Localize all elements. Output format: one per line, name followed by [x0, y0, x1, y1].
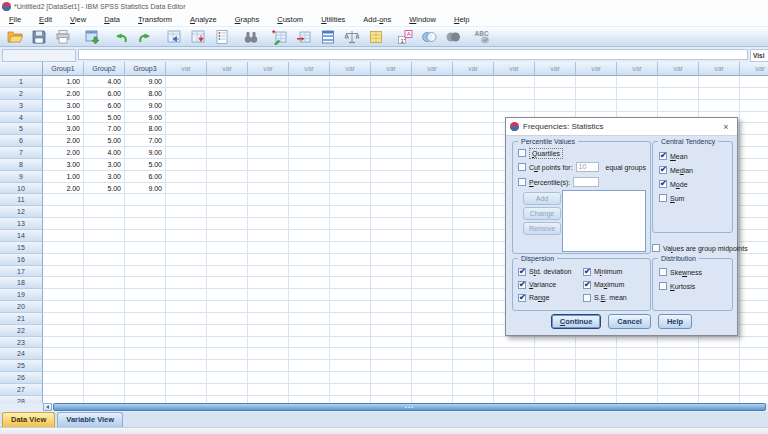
cell[interactable] [371, 337, 412, 349]
cell[interactable] [207, 135, 248, 147]
cell[interactable] [617, 372, 658, 384]
row-header[interactable]: 12 [0, 206, 43, 218]
cell[interactable] [207, 372, 248, 384]
cell[interactable] [166, 242, 207, 254]
cell[interactable] [494, 360, 535, 372]
cell[interactable] [371, 360, 412, 372]
cell[interactable] [371, 159, 412, 171]
cell[interactable] [248, 348, 289, 360]
cell[interactable] [617, 337, 658, 349]
cell[interactable] [535, 384, 576, 396]
insert-variable-icon[interactable] [292, 27, 316, 46]
sum-checkbox[interactable]: Sum [659, 191, 693, 205]
cell[interactable] [166, 384, 207, 396]
cell[interactable] [453, 135, 494, 147]
cell[interactable] [289, 396, 330, 403]
cell[interactable] [371, 301, 412, 313]
cut-points-checkbox[interactable]: Cut points for: [518, 163, 573, 171]
cell[interactable] [699, 337, 740, 349]
cell[interactable] [412, 337, 453, 349]
row-header[interactable]: 23 [0, 337, 43, 349]
cell[interactable] [453, 230, 494, 242]
cell[interactable] [84, 242, 125, 254]
cell[interactable] [658, 88, 699, 100]
row-header[interactable]: 13 [0, 218, 43, 230]
column-header-var[interactable]: var [166, 62, 207, 76]
cell[interactable] [412, 183, 453, 195]
cell[interactable] [207, 147, 248, 159]
cell[interactable]: 7.00 [125, 135, 166, 147]
row-header[interactable]: 1 [0, 76, 43, 88]
cell[interactable] [248, 88, 289, 100]
cell[interactable] [84, 337, 125, 349]
cell[interactable] [412, 372, 453, 384]
cell[interactable] [125, 337, 166, 349]
value-labels-icon[interactable]: 1A [393, 27, 417, 46]
cell[interactable] [330, 396, 371, 403]
print-icon[interactable] [51, 27, 75, 46]
cell[interactable] [412, 218, 453, 230]
cell[interactable] [125, 325, 166, 337]
cell[interactable] [207, 325, 248, 337]
cell[interactable] [453, 183, 494, 195]
save-icon[interactable] [27, 27, 51, 46]
cell[interactable] [289, 242, 330, 254]
cell[interactable] [84, 254, 125, 266]
column-header-var[interactable]: var [248, 62, 289, 76]
cell[interactable] [576, 337, 617, 349]
cell[interactable] [740, 289, 768, 301]
cell[interactable] [453, 218, 494, 230]
cell[interactable] [494, 348, 535, 360]
cell[interactable] [289, 88, 330, 100]
cell[interactable] [43, 337, 84, 349]
cell[interactable] [248, 301, 289, 313]
cell[interactable] [166, 277, 207, 289]
cell[interactable] [412, 194, 453, 206]
cell[interactable] [248, 159, 289, 171]
cell[interactable] [740, 183, 768, 195]
cell[interactable] [125, 277, 166, 289]
cell[interactable] [371, 325, 412, 337]
cell[interactable] [43, 384, 84, 396]
cell[interactable] [740, 76, 768, 88]
cell[interactable] [84, 277, 125, 289]
undo-icon[interactable] [109, 27, 133, 46]
row-header[interactable]: 21 [0, 313, 43, 325]
cell[interactable] [166, 183, 207, 195]
cell[interactable] [248, 218, 289, 230]
column-header-var[interactable]: var [699, 62, 740, 76]
cell[interactable]: 5.00 [84, 112, 125, 124]
cell[interactable] [699, 88, 740, 100]
use-variable-sets-icon[interactable] [417, 27, 441, 46]
cell[interactable] [330, 360, 371, 372]
cell[interactable] [330, 254, 371, 266]
cell[interactable] [84, 384, 125, 396]
cell[interactable] [166, 76, 207, 88]
cell[interactable] [289, 384, 330, 396]
cell[interactable] [453, 159, 494, 171]
cell[interactable] [740, 88, 768, 100]
cell[interactable] [576, 88, 617, 100]
cell[interactable] [43, 360, 84, 372]
cell[interactable] [658, 396, 699, 403]
cell[interactable] [248, 194, 289, 206]
row-header[interactable]: 19 [0, 289, 43, 301]
column-header-var[interactable]: var [289, 62, 330, 76]
cell[interactable]: 5.00 [84, 183, 125, 195]
cell[interactable] [248, 76, 289, 88]
cell[interactable] [453, 384, 494, 396]
cell[interactable] [740, 301, 768, 313]
cell[interactable] [699, 76, 740, 88]
kurtosis-checkbox[interactable]: Kurtosis [659, 279, 702, 293]
cell[interactable] [248, 135, 289, 147]
cell[interactable] [740, 171, 768, 183]
menu-graphs[interactable]: Graphs [226, 15, 269, 24]
cell[interactable] [248, 112, 289, 124]
cancel-button[interactable]: Cancel [608, 314, 651, 329]
cell[interactable] [166, 123, 207, 135]
cell[interactable] [289, 348, 330, 360]
close-icon[interactable]: × [719, 120, 733, 134]
cell[interactable] [207, 194, 248, 206]
range-checkbox[interactable]: ✔Range [518, 291, 571, 304]
cell[interactable] [658, 76, 699, 88]
